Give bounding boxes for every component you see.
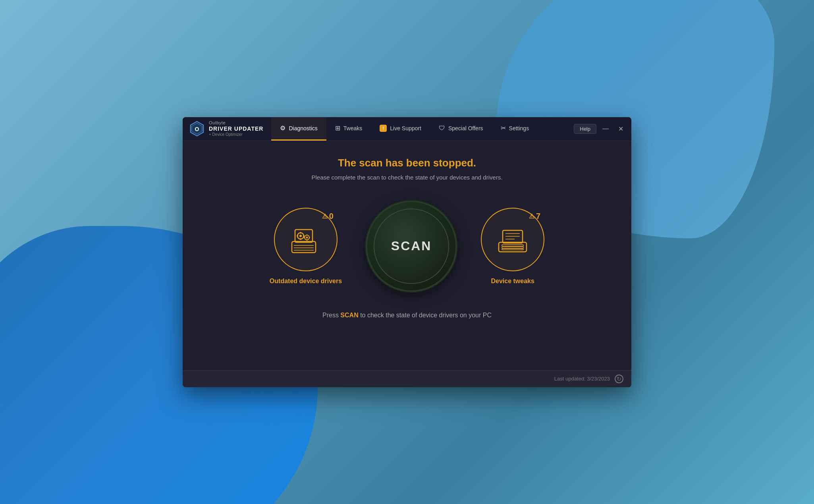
tab-special-offers[interactable]: 🛡 Special Offers [430,117,492,141]
device-tweaks-panel: ⚠ 7 Device tweaks [481,208,544,285]
tab-settings-label: Settings [509,125,529,131]
scan-button[interactable]: SCAN [366,201,457,292]
svg-text:O: O [195,126,199,132]
svg-rect-3 [292,241,316,253]
device-tweaks-label: Device tweaks [491,278,534,285]
svg-point-15 [306,236,308,238]
last-updated-label: Last updated: 3/23/2023 [554,376,610,382]
device-tweaks-warning-icon: ⚠ [529,212,534,220]
tab-live-support[interactable]: ! Live Support [371,117,430,141]
outdated-drivers-count: ⚠ 0 [322,212,334,221]
app-logo-icon: O [189,121,205,137]
window-controls: Help — ✕ [569,123,631,135]
svg-rect-21 [503,230,523,243]
close-button[interactable]: ✕ [615,123,627,135]
scan-title: The scan has been stopped. [338,157,476,169]
diagnostics-icon: ⚙ [280,124,285,132]
tab-live-support-label: Live Support [390,125,421,131]
svg-rect-25 [502,245,523,246]
scan-button-wrap: SCAN [366,201,457,292]
device-tweaks-icon[interactable]: ⚠ 7 [481,208,544,271]
title-bar: O Outbyte DRIVER UPDATER + Device Optimi… [183,117,631,141]
scan-prompt: Press SCAN to check the state of device … [322,312,492,319]
main-content: The scan has been stopped. Please comple… [183,141,631,370]
svg-rect-26 [502,247,523,248]
scan-subtitle: Please complete the scan to check the st… [311,174,502,181]
tab-special-offers-label: Special Offers [448,125,483,131]
tab-diagnostics[interactable]: ⚙ Diagnostics [271,117,326,141]
settings-icon: ✂ [501,124,506,132]
live-support-notification: ! [380,125,387,132]
outdated-drivers-icon[interactable]: ⚠ 0 [274,208,338,271]
app-title: Outbyte DRIVER UPDATER + Device Optimize… [209,120,263,137]
svg-rect-20 [499,242,527,252]
help-button[interactable]: Help [574,124,596,134]
device-tweaks-count: ⚠ 7 [529,212,540,221]
minimize-button[interactable]: — [600,123,611,135]
scan-prompt-before: Press [322,312,340,319]
nav-tabs: ⚙ Diagnostics ⊞ Tweaks ! Live Support 🛡 … [271,117,569,141]
scan-prompt-highlight: SCAN [340,312,358,319]
app-logo: O Outbyte DRIVER UPDATER + Device Optimi… [189,120,263,137]
svg-rect-27 [502,249,523,250]
scan-prompt-after: to check the state of device drivers on … [359,312,492,319]
outdated-drivers-panel: ⚠ 0 Outdated device drivers [270,208,342,285]
tab-diagnostics-label: Diagnostics [289,125,317,131]
scan-area: ⚠ 0 Outdated device drivers SCAN [199,201,615,292]
tab-tweaks[interactable]: ⊞ Tweaks [326,117,371,141]
scan-button-inner: SCAN [374,209,449,284]
app-title-top: Outbyte [209,120,263,126]
tab-tweaks-label: Tweaks [343,125,362,131]
outdated-drivers-label: Outdated device drivers [270,278,342,285]
special-offers-icon: 🛡 [439,125,445,132]
svg-point-9 [299,235,302,237]
scan-button-label: SCAN [391,239,432,253]
tab-settings[interactable]: ✂ Settings [492,117,538,141]
status-bar: Last updated: 3/23/2023 ↻ [183,370,631,387]
app-title-sub: + Device Optimizer [209,132,263,137]
app-window: O Outbyte DRIVER UPDATER + Device Optimi… [183,117,631,387]
outdated-drivers-warning-icon: ⚠ [322,212,328,220]
refresh-button[interactable]: ↻ [615,375,623,383]
app-title-main: DRIVER UPDATER [209,126,263,132]
tweaks-icon: ⊞ [335,124,340,132]
